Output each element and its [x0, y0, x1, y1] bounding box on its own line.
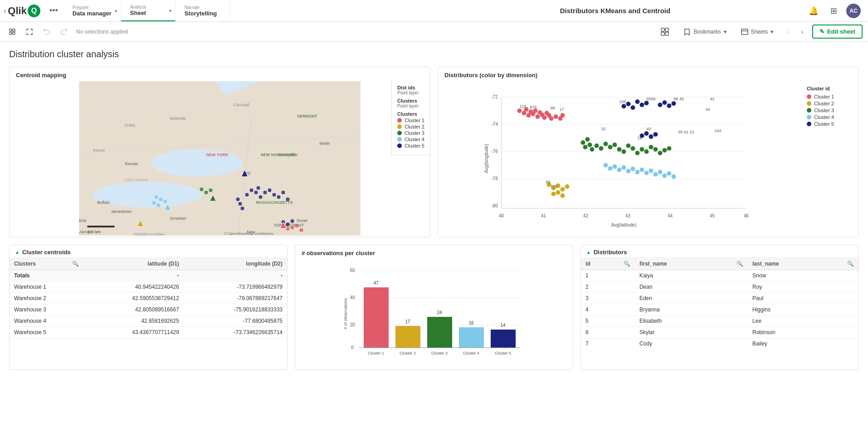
- nav-right: 🔔 ⊞ AC: [799, 0, 868, 21]
- d4-last: Higgins: [748, 304, 858, 316]
- svg-text:104: 104: [715, 128, 722, 133]
- toolbar: No selections applied Bookmarks ▾ Sheets…: [0, 22, 868, 42]
- list-item: 6 Skylar Robinson: [581, 327, 858, 338]
- tab-prepare[interactable]: Prepare Data manager ▾: [63, 0, 121, 21]
- clusters-search-icon[interactable]: 🔍: [72, 261, 79, 267]
- svg-point-35: [254, 191, 258, 194]
- sheets-button[interactable]: Sheets ▾: [736, 25, 779, 38]
- svg-point-118: [640, 103, 644, 107]
- avatar[interactable]: AC: [846, 4, 861, 18]
- first-search-icon[interactable]: 🔍: [736, 261, 743, 267]
- svg-point-55: [300, 228, 303, 232]
- scatter-c3-label: Cluster 3: [814, 108, 834, 113]
- d2-first: Dean: [635, 281, 748, 293]
- svg-point-114: [622, 104, 626, 108]
- svg-point-171: [653, 172, 658, 177]
- edit-sheet-button[interactable]: ✎ Edit sheet: [812, 25, 863, 39]
- svg-text:95  61  23: 95 61 23: [678, 130, 694, 134]
- prev-sheet-button[interactable]: ‹: [782, 25, 795, 38]
- scatter-area: -72 -74 -76 -78 -80 Avg(longitude): [444, 86, 852, 232]
- tab-analyze[interactable]: Analyze Sheet ▾: [121, 0, 176, 21]
- svg-text:110: 110: [520, 104, 527, 108]
- svg-point-53: [291, 226, 294, 229]
- scatter-c4-dot: [807, 115, 811, 119]
- svg-rect-8: [741, 29, 748, 35]
- undo-button[interactable]: [40, 25, 54, 39]
- svg-rect-1: [13, 29, 15, 31]
- row2-name: Warehouse 2: [10, 293, 83, 304]
- scatter-title: Distributors (color by dimension): [438, 67, 858, 81]
- cluster2-label: Cluster 2: [405, 124, 424, 129]
- svg-rect-6: [661, 32, 664, 35]
- legend-cluster3: Cluster 3: [397, 130, 424, 136]
- tab-prepare-main: Data manager: [73, 10, 112, 17]
- svg-text:876: 876: [530, 105, 537, 109]
- cluster4-label: Cluster 4: [405, 137, 424, 142]
- svg-text:-78: -78: [491, 176, 498, 181]
- tab-narrate[interactable]: Narrate Storytelling: [176, 0, 230, 21]
- svg-point-47: [241, 207, 244, 210]
- scatter-chart: -72 -74 -76 -78 -80 Avg(longitude): [444, 86, 803, 232]
- svg-text:89: 89: [546, 180, 551, 184]
- svg-point-153: [640, 147, 644, 152]
- svg-point-121: [663, 100, 667, 105]
- row3-d1: 42.805089516667: [83, 304, 184, 316]
- distributors-table: id 🔍 first_name 🔍: [581, 258, 858, 349]
- svg-text:Cluster 4: Cluster 4: [463, 351, 479, 355]
- svg-point-40: [268, 188, 272, 192]
- svg-text:© OpenStreetMap contributors: © OpenStreetMap contributors: [224, 232, 274, 236]
- svg-text:# of observations: # of observations: [343, 298, 348, 329]
- svg-point-142: [590, 147, 595, 152]
- d5-first: Elisabeth: [635, 316, 748, 327]
- svg-point-107: [554, 114, 558, 119]
- d1-first: Kaiya: [635, 270, 748, 281]
- svg-text:NEW HAMPSHIRE: NEW HAMPSHIRE: [261, 153, 296, 157]
- zoom-fit-button[interactable]: [5, 25, 19, 39]
- row1-d2: -73.719966482979: [184, 281, 287, 293]
- bell-icon[interactable]: 🔔: [806, 4, 821, 18]
- bookmarks-button[interactable]: Bookmarks ▾: [678, 25, 731, 38]
- d6-first: Skylar: [635, 327, 748, 338]
- svg-point-158: [663, 148, 667, 153]
- svg-rect-4: [661, 28, 664, 31]
- zoom-full-button[interactable]: [23, 25, 36, 39]
- svg-point-147: [613, 143, 617, 147]
- svg-point-61: [155, 195, 158, 199]
- top-row: Centroid mapping: [9, 67, 859, 237]
- svg-point-164: [622, 165, 626, 170]
- back-button[interactable]: ‹: [4, 7, 6, 15]
- svg-text:Lake Ontario: Lake Ontario: [125, 178, 148, 182]
- svg-point-144: [599, 146, 604, 151]
- svg-point-109: [561, 113, 565, 118]
- svg-text:PENNSYLVANIA: PENNSYLVANIA: [134, 232, 166, 236]
- grid-view-button[interactable]: [655, 25, 674, 39]
- grid-apps-icon[interactable]: ⊞: [826, 4, 841, 18]
- id-search-icon[interactable]: 🔍: [624, 261, 630, 267]
- cluster-centroids-table-container[interactable]: Clusters 🔍 latitude (D1): [10, 258, 287, 338]
- row2-d2: -79.067889217647: [184, 293, 287, 304]
- d4-first: Bryanna: [635, 304, 748, 316]
- distributors-table-container[interactable]: id 🔍 first_name 🔍: [581, 258, 858, 349]
- svg-text:46: 46: [744, 213, 749, 218]
- scatter-svg: -72 -74 -76 -78 -80 Avg(longitude): [444, 86, 803, 231]
- row4-d2: -77.6800485875: [184, 316, 287, 327]
- list-item: 4 Bryanna Higgins: [581, 304, 858, 316]
- cluster-centroids-header: ▲ Cluster centroids: [10, 245, 287, 258]
- list-item: 7 Cody Bailey: [581, 338, 858, 349]
- nav-more-button[interactable]: •••: [44, 0, 63, 21]
- svg-point-139: [581, 140, 585, 145]
- redo-button[interactable]: [57, 25, 71, 39]
- svg-point-138: [585, 137, 590, 142]
- svg-text:-76: -76: [491, 149, 498, 154]
- list-item: 5 Elisabeth Lee: [581, 316, 858, 327]
- svg-point-172: [658, 170, 663, 174]
- totals-row: Totals - -: [10, 270, 287, 281]
- last-search-icon[interactable]: 🔍: [847, 261, 854, 267]
- svg-point-165: [626, 169, 631, 173]
- scatter-c5-label: Cluster 5: [814, 121, 834, 127]
- next-sheet-button[interactable]: ›: [796, 25, 809, 38]
- svg-point-66: [200, 187, 204, 191]
- scatter-c5-dot: [807, 122, 811, 126]
- svg-point-155: [649, 145, 653, 149]
- row2-d1: 42.5905538729412: [83, 293, 184, 304]
